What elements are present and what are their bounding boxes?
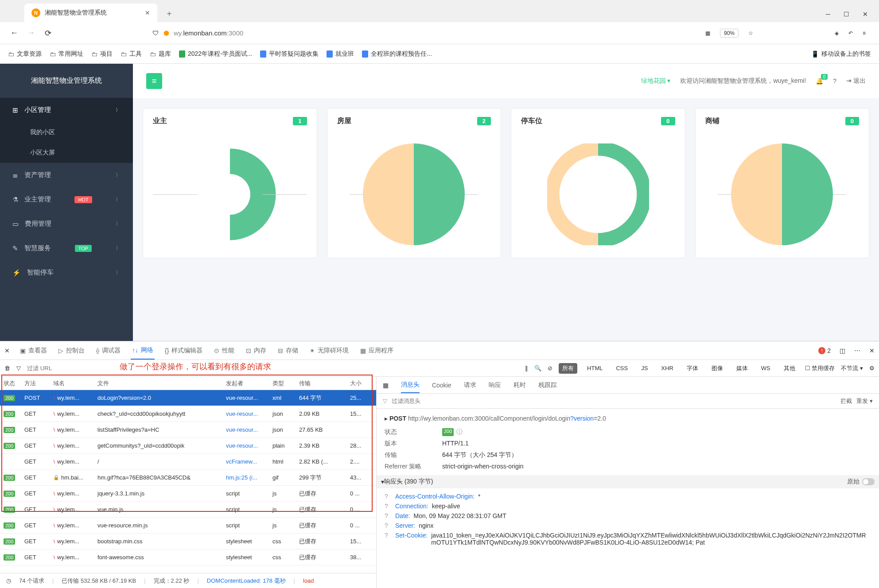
tab-headers[interactable]: 消息头	[401, 377, 420, 393]
more-icon[interactable]: ⋯	[854, 347, 860, 354]
search-icon[interactable]: 🔍	[534, 365, 541, 371]
undo-icon[interactable]: ↶	[848, 30, 853, 36]
disable-cache-checkbox[interactable]: ☐ 禁用缓存	[805, 364, 835, 372]
tab-application[interactable]: ▦ 应用程序	[359, 341, 395, 360]
filter-ws[interactable]: WS	[758, 364, 774, 373]
request-row[interactable]: 200GET⧷ wy.lem...font-awesome.cssstylesh…	[0, 549, 376, 565]
filter-url-input[interactable]	[27, 365, 80, 371]
filter-font[interactable]: 字体	[683, 363, 702, 374]
community-selector[interactable]: 绿地花园 ▾	[641, 77, 671, 85]
filter-all[interactable]: 所有	[559, 363, 577, 374]
filter-headers-input[interactable]	[392, 398, 467, 404]
request-row[interactable]: 200GET⧷ wy.lem...getCommunitys?_uId=ccdd…	[0, 438, 376, 454]
bell-icon[interactable]: 🔔0	[816, 77, 823, 85]
error-count[interactable]: 2	[827, 347, 831, 354]
tab-network[interactable]: ↑↓ 网络	[131, 341, 155, 360]
filter-js[interactable]: JS	[638, 364, 651, 373]
bookmark-item[interactable]: 🗀题库	[150, 50, 171, 58]
sidebar-item-asset[interactable]: ≣资产管理〉	[0, 163, 133, 187]
bookmark-item[interactable]: 🗀项目	[91, 50, 113, 58]
bookmark-item[interactable]: 2022年课程-学员面试...	[179, 50, 252, 58]
tab-response[interactable]: 响应	[489, 377, 501, 393]
col-transfer[interactable]: 传输	[299, 379, 350, 387]
tab-accessibility[interactable]: ✴ 无障碍环境	[308, 341, 350, 360]
request-row[interactable]: 200GET⧷ wy.lem...vue.min.jsscriptjs已缓存0 …	[0, 502, 376, 518]
bookmark-item[interactable]: 全程班的课程预告任...	[362, 50, 432, 58]
col-file[interactable]: 文件	[97, 379, 226, 387]
col-method[interactable]: 方法	[24, 379, 53, 387]
settings-icon[interactable]: ⚙	[869, 365, 875, 371]
request-row[interactable]: GET⧷ wy.lem.../vcFramew...html2.82 KB (.…	[0, 454, 376, 470]
filter-html[interactable]: HTML	[583, 364, 606, 373]
bookmark-item[interactable]: 就业班	[327, 50, 354, 58]
bookmark-item[interactable]: 🗀文章资源	[8, 50, 42, 58]
forward-button[interactable]: →	[26, 28, 36, 38]
request-row[interactable]: 200GET🔒 hm.bai...hm.gif?hca=76EB88C9A3CB…	[0, 470, 376, 486]
browser-tab[interactable]: N 湘能智慧物业管理系统 ✕	[24, 4, 157, 22]
filter-media[interactable]: 媒体	[733, 363, 751, 374]
tab-stacktrace[interactable]: 栈跟踪	[538, 377, 557, 393]
tab-cookie[interactable]: Cookie	[432, 377, 451, 393]
request-row[interactable]: 200GET⧷ wy.lem...listStaffPrivileges?a=H…	[0, 422, 376, 438]
sidebar-item-owner[interactable]: ⚗业主管理HOT〉	[0, 187, 133, 212]
url-input[interactable]: 🛡 ⬢ wy.wy.lemonban.comlemonban.com:3000	[148, 29, 699, 37]
block-icon[interactable]: ⊘	[548, 365, 552, 371]
minimize-icon[interactable]: ─	[826, 11, 830, 18]
col-domain[interactable]: 域名	[53, 379, 97, 387]
throttle-select[interactable]: 不节流 ▾	[841, 364, 863, 372]
reload-button[interactable]: ⟳	[43, 28, 53, 38]
tab-console[interactable]: ▷ 控制台	[57, 341, 86, 360]
extension-icon[interactable]: ◈	[835, 30, 839, 36]
request-row[interactable]: 200GET⧷ wy.lem...jquery-3.3.1.min.jsscri…	[0, 486, 376, 502]
close-panel-icon[interactable]: ✕	[869, 347, 875, 354]
sidebar-item-parking[interactable]: ⚡智能停车〉	[0, 260, 133, 285]
col-type[interactable]: 类型	[272, 379, 299, 387]
pause-icon[interactable]: ‖	[525, 365, 528, 371]
request-row[interactable]: 200POST⧷ wy.lem...doLogin?version=2.0vue…	[0, 390, 376, 406]
sidebar-subitem-my-community[interactable]: 我的小区	[0, 122, 133, 143]
help-icon[interactable]: ?	[833, 77, 836, 85]
tab-memory[interactable]: ⊡ 内存	[245, 341, 268, 360]
bookmark-item[interactable]: 🗀常用网址	[50, 50, 83, 58]
request-row[interactable]: 200GET⧷ wy.lem...check?_uId=ccdd00opikoo…	[0, 406, 376, 422]
info-icon[interactable]: ⓘ	[456, 428, 463, 436]
block-button[interactable]: 拦截	[840, 397, 852, 405]
col-initiator[interactable]: 发起者	[226, 379, 272, 387]
sidebar-item-service[interactable]: ✎智慧服务TOP〉	[0, 236, 133, 260]
sidebar-subitem-screen[interactable]: 小区大屏	[0, 143, 133, 163]
bookmark-star-icon[interactable]: ☆	[748, 30, 753, 36]
menu-icon[interactable]: ≡	[863, 30, 866, 36]
back-button[interactable]: ←	[9, 28, 19, 38]
filter-other[interactable]: 其他	[780, 363, 799, 374]
filter-img[interactable]: 图像	[708, 363, 727, 374]
maximize-icon[interactable]: ☐	[844, 11, 849, 18]
tab-storage[interactable]: ⊟ 存储	[276, 341, 299, 360]
filter-xhr[interactable]: XHR	[657, 364, 677, 373]
new-tab-button[interactable]: ＋	[162, 4, 177, 22]
close-devtools-icon[interactable]: ✕	[4, 347, 10, 354]
trash-icon[interactable]: 🗑	[4, 365, 10, 371]
tab-request[interactable]: 请求	[464, 377, 476, 393]
request-row[interactable]: 200GET⧷ wy.lem...vue-resource.min.jsscri…	[0, 518, 376, 534]
col-status[interactable]: 状态	[0, 379, 24, 387]
request-row[interactable]: 200GET⧷ wy.lem...bootstrap.min.cssstyles…	[0, 534, 376, 549]
filter-css[interactable]: CSS	[612, 364, 631, 373]
resend-button[interactable]: 重发 ▾	[856, 397, 873, 405]
zoom-level[interactable]: 90%	[720, 29, 739, 38]
tab-timing[interactable]: 耗时	[513, 377, 526, 393]
dock-icon[interactable]: ◫	[840, 347, 845, 354]
logout-button[interactable]: ⇥ 退出	[846, 77, 866, 85]
tab-inspector[interactable]: ▣ 查看器	[19, 341, 48, 360]
tab-debugger[interactable]: ⟠ 调试器	[95, 341, 122, 360]
qr-icon[interactable]: ▦	[705, 30, 710, 36]
col-size[interactable]: 大小	[350, 379, 372, 387]
sidebar-item-fee[interactable]: ▭费用管理〉	[0, 212, 133, 236]
bookmark-item[interactable]: 🗀工具	[121, 50, 142, 58]
tab-style-editor[interactable]: {} 样式编辑器	[163, 341, 204, 360]
raw-toggle[interactable]	[862, 478, 875, 485]
hamburger-button[interactable]: ≡	[146, 73, 162, 89]
close-icon[interactable]: ✕	[145, 9, 150, 16]
bookmark-item[interactable]: 📱移动设备上的书签	[811, 50, 871, 58]
response-headers-section[interactable]: ▾ 响应头 (390 字节)原始	[377, 475, 879, 488]
bookmark-item[interactable]: 平时答疑问题收集	[260, 50, 319, 58]
